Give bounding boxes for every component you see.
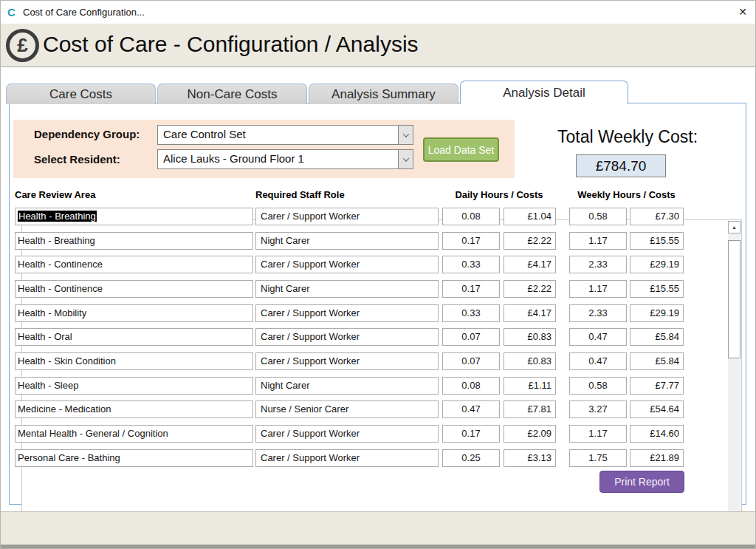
care-review-area-cell[interactable]: Mental Health - General / Cognition — [15, 425, 253, 443]
weekly-cost-cell[interactable]: £5.84 — [630, 328, 684, 346]
weekly-hours-cell[interactable]: 2.33 — [569, 256, 627, 273]
table-row: Health - Breathing Night Carer 0.17 £2.2… — [0, 232, 756, 250]
daily-hours-cell[interactable]: 0.08 — [442, 377, 500, 395]
page-title: Cost of Care - Configuration / Analysis — [43, 32, 419, 57]
daily-hours-cell[interactable]: 0.17 — [442, 280, 500, 298]
weekly-hours-cell[interactable]: 0.58 — [569, 377, 627, 395]
daily-hours-cell[interactable]: 0.33 — [442, 256, 500, 273]
daily-cost-cell[interactable]: £1.04 — [504, 208, 556, 225]
care-review-area-cell[interactable]: Health - Breathing — [15, 232, 253, 250]
tab-analysis-summary[interactable]: Analysis Summary — [309, 83, 458, 104]
staff-role-cell[interactable]: Night Carer — [255, 232, 439, 250]
weekly-cost-cell[interactable]: £29.19 — [630, 256, 684, 273]
daily-hours-cell[interactable]: 0.17 — [442, 232, 500, 250]
daily-hours-cell[interactable]: 0.17 — [442, 425, 500, 443]
tab-analysis-detail[interactable]: Analysis Detail — [460, 81, 628, 104]
table-row: Mental Health - General / Cognition Care… — [0, 425, 756, 443]
chevron-down-icon — [402, 131, 408, 137]
selected-text: Health - Breathing — [18, 211, 97, 222]
load-data-set-button[interactable]: Load Data Set — [423, 137, 499, 162]
care-review-area-cell[interactable]: Health - Skin Condition — [15, 352, 253, 370]
weekly-cost-cell[interactable]: £15.55 — [630, 280, 684, 298]
staff-role-cell[interactable]: Carer / Support Worker — [255, 208, 439, 225]
table-row: Health - Oral Carer / Support Worker 0.0… — [0, 328, 756, 346]
daily-hours-cell[interactable]: 0.25 — [442, 449, 500, 467]
daily-cost-cell[interactable]: £2.09 — [504, 425, 556, 443]
tab-non-care-costs[interactable]: Non-Care Costs — [157, 83, 307, 104]
dropdown-button[interactable] — [398, 150, 413, 168]
chevron-down-icon — [402, 155, 408, 161]
staff-role-cell[interactable]: Carer / Support Worker — [255, 256, 439, 273]
care-review-area-cell[interactable]: Health - Mobility — [15, 304, 253, 322]
weekly-hours-cell[interactable]: 1.17 — [569, 232, 627, 250]
staff-role-cell[interactable]: Carer / Support Worker — [255, 425, 439, 443]
weekly-hours-cell[interactable]: 3.27 — [569, 400, 627, 418]
weekly-cost-cell[interactable]: £5.84 — [630, 352, 684, 370]
weekly-hours-cell[interactable]: 0.47 — [569, 352, 627, 370]
dependency-group-select[interactable]: Care Control Set — [157, 125, 413, 145]
care-review-area-cell[interactable]: Health - Continence — [15, 280, 253, 298]
table-row: Health - Continence Carer / Support Work… — [0, 256, 756, 273]
col-header-daily-hours-costs: Daily Hours / Costs — [442, 189, 556, 200]
select-resident-label: Select Resident: — [34, 153, 120, 166]
daily-cost-cell[interactable]: £0.83 — [504, 352, 556, 370]
tab-care-costs[interactable]: Care Costs — [6, 83, 156, 104]
total-weekly-cost-label: Total Weekly Cost: — [539, 127, 716, 147]
app-header: £ Cost of Care - Configuration / Analysi… — [0, 24, 756, 67]
staff-role-cell[interactable]: Night Carer — [255, 377, 439, 395]
app-icon: C — [7, 6, 16, 18]
weekly-cost-cell[interactable]: £7.30 — [630, 208, 684, 225]
weekly-hours-cell[interactable]: 2.33 — [569, 304, 627, 322]
daily-hours-cell[interactable]: 0.33 — [442, 304, 500, 322]
weekly-cost-cell[interactable]: £15.55 — [630, 232, 684, 250]
care-review-area-cell[interactable]: Health - Breathing — [15, 208, 253, 225]
dependency-group-label: Dependency Group: — [34, 128, 140, 140]
select-resident-select[interactable]: Alice Lauks - Ground Floor 1 — [157, 149, 413, 169]
care-review-area-cell[interactable]: Health - Continence — [15, 256, 253, 273]
col-header-required-staff-role: Required Staff Role — [255, 189, 345, 200]
daily-cost-cell[interactable]: £4.17 — [504, 304, 556, 322]
daily-cost-cell[interactable]: £7.81 — [504, 400, 556, 418]
staff-role-cell[interactable]: Carer / Support Worker — [255, 352, 439, 370]
col-header-weekly-hours-costs: Weekly Hours / Costs — [569, 189, 684, 200]
dropdown-button[interactable] — [398, 126, 413, 144]
weekly-cost-cell[interactable]: £21.89 — [630, 449, 684, 467]
daily-cost-cell[interactable]: £2.22 — [504, 232, 556, 250]
weekly-cost-cell[interactable]: £29.19 — [630, 304, 684, 322]
window-bottom-edge — [0, 545, 756, 549]
daily-hours-cell[interactable]: 0.47 — [442, 400, 500, 418]
staff-role-cell[interactable]: Carer / Support Worker — [255, 304, 439, 322]
weekly-cost-cell[interactable]: £14.60 — [630, 425, 684, 443]
close-icon[interactable]: ✕ — [738, 6, 747, 18]
weekly-hours-cell[interactable]: 0.47 — [569, 328, 627, 346]
table-row: Medicine - Medication Nurse / Senior Car… — [0, 400, 756, 418]
daily-cost-cell[interactable]: £3.13 — [504, 449, 556, 467]
print-report-button[interactable]: Print Report — [599, 471, 684, 493]
daily-hours-cell[interactable]: 0.07 — [442, 328, 500, 346]
staff-role-cell[interactable]: Carer / Support Worker — [255, 449, 439, 467]
weekly-hours-cell[interactable]: 0.58 — [569, 208, 627, 225]
care-review-area-cell[interactable]: Health - Oral — [15, 328, 253, 346]
daily-cost-cell[interactable]: £2.22 — [504, 280, 556, 298]
daily-cost-cell[interactable]: £4.17 — [504, 256, 556, 273]
daily-cost-cell[interactable]: £1.11 — [504, 377, 556, 395]
weekly-hours-cell[interactable]: 1.17 — [569, 425, 627, 443]
staff-role-cell[interactable]: Nurse / Senior Carer — [255, 400, 439, 418]
weekly-hours-cell[interactable]: 1.75 — [569, 449, 627, 467]
weekly-cost-cell[interactable]: £54.64 — [630, 400, 684, 418]
total-weekly-cost-value: £784.70 — [576, 154, 666, 177]
care-review-area-cell[interactable]: Personal Care - Bathing — [15, 449, 253, 467]
care-review-area-cell[interactable]: Health - Sleep — [15, 377, 253, 395]
daily-hours-cell[interactable]: 0.08 — [442, 208, 500, 225]
pound-icon: £ — [6, 29, 39, 62]
weekly-hours-cell[interactable]: 1.17 — [569, 280, 627, 298]
staff-role-cell[interactable]: Night Carer — [255, 280, 439, 298]
care-review-area-cell[interactable]: Medicine - Medication — [15, 400, 253, 418]
daily-cost-cell[interactable]: £0.83 — [504, 328, 556, 346]
daily-hours-cell[interactable]: 0.07 — [442, 352, 500, 370]
table-row: Health - Breathing Carer / Support Worke… — [0, 208, 756, 225]
staff-role-cell[interactable]: Carer / Support Worker — [255, 328, 439, 346]
col-header-care-review-area: Care Review Area — [15, 189, 95, 200]
weekly-cost-cell[interactable]: £7.77 — [630, 377, 684, 395]
table-row: Personal Care - Bathing Carer / Support … — [0, 449, 756, 467]
